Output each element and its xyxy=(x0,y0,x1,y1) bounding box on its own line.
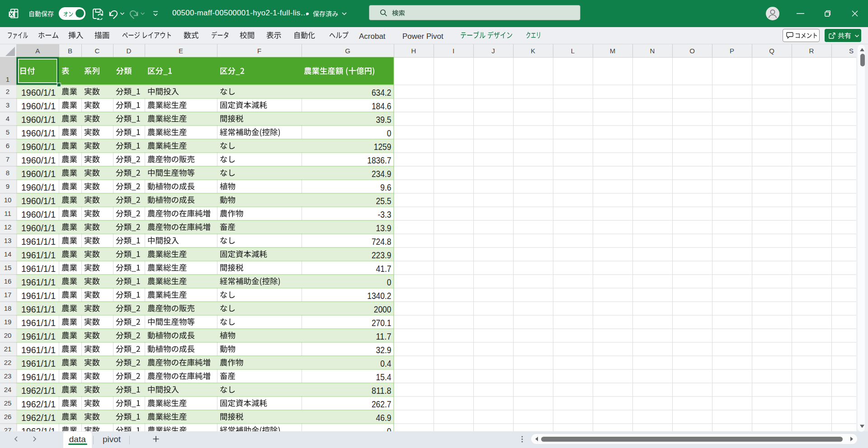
svg-text:1: 1 xyxy=(6,75,9,83)
svg-text:15: 15 xyxy=(4,264,12,271)
svg-text:6: 6 xyxy=(6,142,9,149)
svg-text:12: 12 xyxy=(4,223,12,231)
svg-text:14: 14 xyxy=(4,250,12,258)
svg-text:234.9: 234.9 xyxy=(372,168,392,179)
svg-text:0: 0 xyxy=(387,426,392,432)
svg-text:2000: 2000 xyxy=(374,304,392,314)
svg-text:1961/1/1: 1961/1/1 xyxy=(21,358,56,369)
svg-text:K: K xyxy=(531,47,535,55)
svg-text:8: 8 xyxy=(6,169,9,177)
svg-text:1962/1/1: 1962/1/1 xyxy=(21,412,56,423)
svg-text:270.1: 270.1 xyxy=(372,317,392,328)
svg-text:1962/1/1: 1962/1/1 xyxy=(21,426,56,432)
svg-text:R: R xyxy=(809,47,814,55)
svg-text:46.9: 46.9 xyxy=(376,412,392,423)
svg-text:21: 21 xyxy=(4,345,12,353)
svg-text:I: I xyxy=(453,47,454,55)
svg-text:5: 5 xyxy=(6,128,9,136)
svg-text:1960/1/1: 1960/1/1 xyxy=(21,223,56,233)
svg-text:A: A xyxy=(35,47,40,55)
svg-text:1960/1/1: 1960/1/1 xyxy=(21,141,56,152)
svg-text:17: 17 xyxy=(4,291,12,299)
svg-text:1259: 1259 xyxy=(374,141,392,152)
svg-text:F: F xyxy=(257,47,261,55)
svg-text:811.8: 811.8 xyxy=(372,385,392,396)
svg-text:39.5: 39.5 xyxy=(376,114,392,125)
svg-text:1960/1/1: 1960/1/1 xyxy=(21,155,56,165)
svg-text:184.6: 184.6 xyxy=(372,101,392,111)
svg-text:L: L xyxy=(571,47,575,55)
svg-text:22: 22 xyxy=(4,359,12,366)
svg-text:4: 4 xyxy=(6,115,9,122)
svg-text:724.8: 724.8 xyxy=(372,236,392,247)
svg-text:O: O xyxy=(689,47,695,55)
svg-text:-3.3: -3.3 xyxy=(377,209,391,219)
svg-text:S: S xyxy=(849,47,854,55)
svg-text:3: 3 xyxy=(6,101,9,109)
svg-text:7: 7 xyxy=(6,155,9,163)
svg-text:1962/1/1: 1962/1/1 xyxy=(21,385,56,396)
svg-text:1962/1/1: 1962/1/1 xyxy=(21,399,56,409)
svg-text:G: G xyxy=(345,47,350,55)
svg-text:634.2: 634.2 xyxy=(372,87,392,98)
svg-text:24: 24 xyxy=(4,386,12,393)
svg-text:0: 0 xyxy=(387,128,392,138)
svg-text:1961/1/1: 1961/1/1 xyxy=(21,290,56,301)
svg-text:1960/1/1: 1960/1/1 xyxy=(21,87,56,98)
svg-text:J: J xyxy=(491,47,495,55)
svg-text:1961/1/1: 1961/1/1 xyxy=(21,236,56,247)
svg-text:D: D xyxy=(127,47,132,55)
svg-text:1340.2: 1340.2 xyxy=(367,290,391,301)
svg-text:B: B xyxy=(68,47,72,55)
svg-text:N: N xyxy=(650,47,655,55)
svg-text:15.4: 15.4 xyxy=(376,372,392,382)
svg-text:1961/1/1: 1961/1/1 xyxy=(21,372,56,382)
svg-text:26: 26 xyxy=(4,413,12,420)
svg-text:1961/1/1: 1961/1/1 xyxy=(21,304,56,314)
svg-text:1961/1/1: 1961/1/1 xyxy=(21,345,56,355)
svg-text:1961/1/1: 1961/1/1 xyxy=(21,250,56,260)
svg-text:1961/1/1: 1961/1/1 xyxy=(21,263,56,274)
svg-text:H: H xyxy=(411,47,416,55)
svg-text:25.5: 25.5 xyxy=(376,196,392,206)
svg-text:1960/1/1: 1960/1/1 xyxy=(21,128,56,138)
svg-text:1961/1/1: 1961/1/1 xyxy=(21,331,56,341)
svg-text:E: E xyxy=(179,47,183,55)
svg-text:16: 16 xyxy=(4,277,12,285)
svg-text:1960/1/1: 1960/1/1 xyxy=(21,114,56,125)
svg-text:1960/1/1: 1960/1/1 xyxy=(21,168,56,179)
svg-text:0: 0 xyxy=(387,277,392,287)
svg-text:19: 19 xyxy=(4,318,12,326)
svg-text:223.9: 223.9 xyxy=(372,250,392,260)
svg-text:25: 25 xyxy=(4,399,12,407)
svg-text:13: 13 xyxy=(4,237,12,244)
svg-text:41.7: 41.7 xyxy=(376,263,392,274)
svg-text:1960/1/1: 1960/1/1 xyxy=(21,209,56,219)
svg-text:1961/1/1: 1961/1/1 xyxy=(21,277,56,287)
svg-text:32.9: 32.9 xyxy=(376,345,392,355)
svg-text:23: 23 xyxy=(4,372,12,380)
svg-text:262.7: 262.7 xyxy=(372,399,392,409)
svg-text:11: 11 xyxy=(4,210,11,217)
svg-text:2: 2 xyxy=(6,88,9,95)
svg-text:1960/1/1: 1960/1/1 xyxy=(21,182,56,192)
svg-text:1960/1/1: 1960/1/1 xyxy=(21,101,56,111)
svg-text:1836.7: 1836.7 xyxy=(367,155,391,165)
svg-text:18: 18 xyxy=(4,304,12,312)
svg-text:1960/1/1: 1960/1/1 xyxy=(21,196,56,206)
svg-text:1961/1/1: 1961/1/1 xyxy=(21,317,56,328)
svg-text:10: 10 xyxy=(4,196,12,204)
svg-text:20: 20 xyxy=(4,331,12,339)
svg-text:9.6: 9.6 xyxy=(380,182,391,192)
svg-text:11.7: 11.7 xyxy=(376,331,392,341)
svg-text:27: 27 xyxy=(4,426,12,431)
svg-text:Q: Q xyxy=(769,47,774,55)
svg-text:P: P xyxy=(730,47,734,55)
svg-text:9: 9 xyxy=(6,182,9,190)
svg-text:C: C xyxy=(95,47,100,55)
svg-text:M: M xyxy=(610,47,616,55)
svg-text:0.4: 0.4 xyxy=(380,358,391,369)
svg-text:13.9: 13.9 xyxy=(376,223,392,233)
